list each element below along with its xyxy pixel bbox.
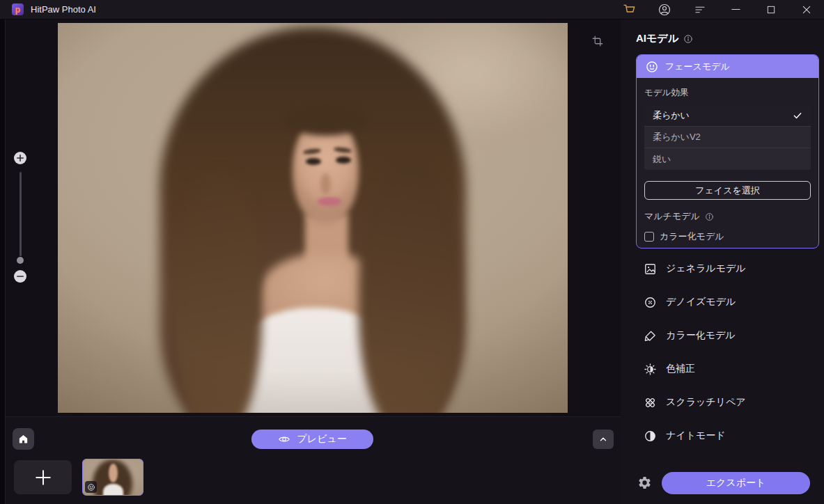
- face-model-badge-icon: [85, 481, 97, 493]
- colorize-model-icon: [644, 329, 657, 342]
- info-icon[interactable]: [705, 212, 714, 221]
- close-button[interactable]: [799, 2, 814, 17]
- effect-option-sharp[interactable]: 鋭い: [644, 148, 811, 170]
- face-model-body: モデル効果 柔らかい 柔らかいV2: [637, 78, 818, 243]
- tab-colorize-model[interactable]: カラー化モデル: [636, 319, 819, 352]
- zoom-in-button[interactable]: [14, 152, 26, 164]
- settings-gear-icon[interactable]: [637, 475, 652, 490]
- export-button[interactable]: エクスポート: [662, 472, 810, 494]
- check-icon: [793, 111, 802, 120]
- effects-list: 柔らかい 柔らかいV2 鋭い: [644, 105, 811, 170]
- color-correction-icon: [644, 363, 657, 376]
- minimize-button[interactable]: [728, 2, 743, 17]
- image-thumbnail[interactable]: [82, 459, 143, 496]
- account-icon[interactable]: [657, 2, 672, 17]
- tab-scratch-repair[interactable]: スクラッチリペア: [636, 386, 819, 419]
- menu-icon[interactable]: [692, 2, 708, 17]
- multi-model-label: マルチモデル: [644, 210, 700, 223]
- tab-color-correction[interactable]: 色補正: [636, 352, 819, 386]
- sidebar-header: AIモデル: [636, 32, 693, 45]
- titlebar: p HitPaw Photo AI: [0, 0, 824, 19]
- general-model-icon: [644, 262, 657, 276]
- collapse-button[interactable]: [593, 430, 614, 449]
- face-model-label: フェースモデル: [665, 61, 730, 73]
- denoise-model-icon: [644, 296, 657, 309]
- preview-button[interactable]: プレビュー: [251, 430, 373, 449]
- app-window: p HitPaw Photo AI: [0, 0, 824, 504]
- image-canvas: [6, 19, 621, 416]
- preview-label: プレビュー: [297, 433, 346, 446]
- titlebar-icons: [621, 2, 824, 17]
- tab-face-model[interactable]: フェースモデル: [637, 55, 818, 78]
- effects-title: モデル効果: [644, 87, 811, 99]
- cart-icon[interactable]: [621, 2, 637, 17]
- colorize-checkbox-label: カラー化モデル: [660, 230, 724, 243]
- app-title: HitPaw Photo AI: [31, 4, 96, 15]
- face-model-icon: [645, 60, 659, 74]
- crop-icon[interactable]: [591, 35, 604, 47]
- tab-general-model[interactable]: ジェネラルモデル: [636, 252, 819, 285]
- home-button[interactable]: [13, 428, 34, 450]
- effect-option-soft[interactable]: 柔らかい: [644, 105, 811, 127]
- colorize-checkbox[interactable]: [644, 232, 654, 242]
- left-edge-panel: [0, 19, 6, 504]
- bottom-bar: プレビュー: [6, 416, 621, 504]
- sidebar: AIモデル フェースモデル モデル効: [621, 19, 824, 504]
- tab-night-mode[interactable]: ナイトモード: [636, 419, 819, 452]
- eye-icon: [278, 433, 290, 446]
- add-image-button[interactable]: [14, 460, 72, 494]
- zoom-out-button[interactable]: [14, 270, 26, 283]
- tab-denoise-model[interactable]: デノイズモデル: [636, 285, 819, 319]
- hitpaw-logo-icon: p: [12, 3, 24, 15]
- face-model-panel: フェースモデル モデル効果 柔らかい 柔らかいV: [636, 54, 819, 249]
- main-photo[interactable]: [58, 23, 568, 413]
- colorize-checkbox-row: カラー化モデル: [644, 230, 811, 243]
- scratch-repair-icon: [644, 396, 657, 409]
- zoom-slider-handle[interactable]: [17, 257, 24, 264]
- info-icon[interactable]: [683, 34, 693, 44]
- select-face-button[interactable]: フェイスを選択: [644, 181, 811, 200]
- multi-model-row: マルチモデル: [644, 210, 811, 223]
- night-mode-icon: [644, 430, 657, 443]
- effect-option-soft-v2[interactable]: 柔らかいV2: [644, 127, 811, 148]
- maximize-button[interactable]: [763, 2, 779, 17]
- sidebar-title: AIモデル: [636, 32, 678, 45]
- zoom-slider[interactable]: [20, 172, 22, 256]
